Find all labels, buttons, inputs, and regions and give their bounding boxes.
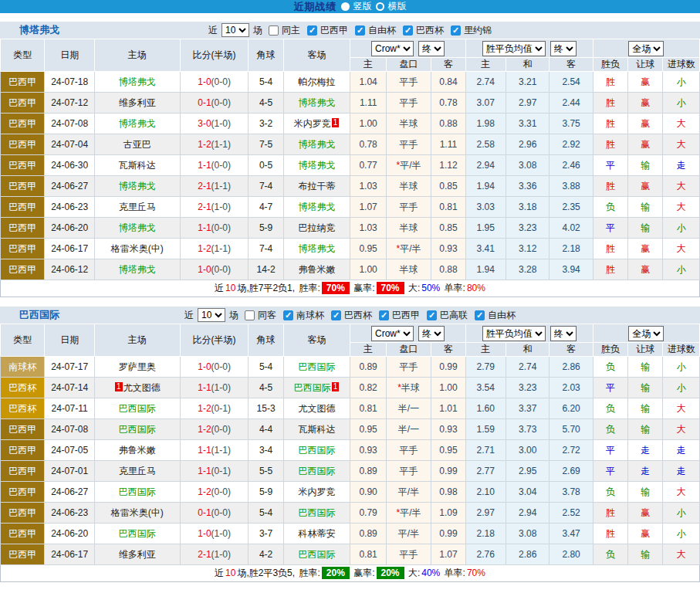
league-label: 南球杯 (296, 309, 324, 322)
odds-company-select[interactable]: Crow* (371, 326, 414, 341)
team-name-link[interactable]: 巴西国际 (119, 424, 156, 435)
team-name-link[interactable]: 巴西国际 (299, 361, 336, 372)
avg-final-select[interactable]: 终 (550, 326, 577, 341)
team-name-link[interactable]: 博塔弗戈 (299, 160, 336, 171)
team-name-link[interactable]: 格雷米奥(中) (111, 507, 164, 518)
league-checkbox[interactable] (475, 310, 485, 320)
match-date: 24-07-04 (45, 134, 94, 155)
team-name-link[interactable]: 巴西国际 (299, 466, 336, 476)
team-name-link[interactable]: 博塔弗戈 (299, 139, 336, 150)
team-name-link[interactable]: 古亚巴 (123, 139, 151, 150)
team-name-link[interactable]: 巴西国际 (119, 403, 156, 414)
league-checkbox[interactable] (403, 25, 413, 36)
team-name-link[interactable]: 博塔弗戈 (299, 202, 336, 212)
star-marker: * (396, 507, 400, 518)
team-name-link[interactable]: 博塔弗戈 (119, 264, 156, 275)
odds-away: 1.00 (431, 378, 465, 398)
team-name-link[interactable]: 博塔弗戈 (119, 181, 156, 191)
result-handicap: 输 (628, 398, 663, 419)
league-checkbox[interactable] (283, 310, 293, 320)
team-name-link[interactable]: 弗鲁米嫩 (299, 264, 336, 275)
odds-home: 0.82 (350, 378, 386, 398)
avg-draw-odds: 3.21 (506, 72, 549, 93)
halftime-score: (0-0) (211, 222, 231, 233)
league-checkbox[interactable] (451, 25, 461, 36)
same-venue-checkbox[interactable] (245, 310, 255, 320)
star-marker: * (396, 160, 400, 171)
league-checkbox[interactable] (379, 310, 389, 320)
corner-cell: 3-7 (249, 524, 283, 544)
team-name-link[interactable]: 巴西国际 (119, 528, 156, 539)
odds-company-select[interactable]: Crow* (371, 41, 414, 56)
league-checkbox[interactable] (307, 25, 317, 36)
match-row: 巴西甲24-07-01克里丘马1-1(0-1)5-5巴西国际0.89平手0.99… (1, 461, 700, 482)
odds-final-select[interactable]: 终 (418, 326, 445, 341)
avg-group-header: 胜平负均值终 (465, 39, 593, 58)
league-checkbox[interactable] (331, 310, 341, 320)
recent-count-select[interactable]: 10 (198, 308, 225, 322)
team-name-link[interactable]: 巴西国际 (299, 507, 336, 518)
halftime-score: (0-0) (211, 76, 231, 87)
team-name-link[interactable]: 维多利亚 (119, 97, 156, 108)
recent-count-select[interactable]: 10 (221, 23, 249, 37)
team-name-link[interactable]: 巴西国际 (119, 486, 156, 497)
radio-horizontal-icon[interactable] (376, 2, 384, 11)
result-handicap: 输 (628, 419, 663, 440)
filter-controls: 近 10 场 同主 巴西甲 自由杯 巴西杯 里约锦 (208, 23, 492, 37)
team-name-link[interactable]: 巴西国际 (299, 445, 336, 456)
scope-select[interactable]: 全场 (628, 41, 664, 56)
team-name-link[interactable]: 瓦斯科达 (119, 160, 156, 171)
team-name-link[interactable]: 巴西国际 (294, 382, 331, 393)
avg-company-select[interactable]: 胜平负均值 (482, 41, 546, 56)
avg-home-odds: 1.60 (465, 398, 506, 419)
team-name-link[interactable]: 罗萨里奥 (119, 361, 156, 372)
radio-vertical-selected-icon[interactable] (341, 2, 350, 11)
team-name-link[interactable]: 尤文图德 (299, 403, 336, 414)
avg-draw-odds: 3.73 (506, 419, 549, 440)
home-team-cell: 巴西国际 (94, 419, 180, 440)
team-name-link[interactable]: 布拉干蒂 (299, 181, 336, 191)
win-rate-badge: 20% (322, 567, 350, 579)
team-name-link[interactable]: 博塔弗戈 (119, 222, 156, 233)
team-name-heading[interactable]: 博塔弗戈 (19, 22, 59, 39)
team-name-link[interactable]: 博塔弗戈 (299, 97, 336, 108)
team-name-link[interactable]: 尤文图德 (123, 382, 161, 393)
team-name-heading[interactable]: 巴西国际 (19, 307, 59, 324)
team-name-link[interactable]: 弗鲁米嫩 (119, 445, 156, 456)
team-name-link[interactable]: 克里丘马 (119, 202, 156, 212)
odds-away: 0.99 (431, 524, 465, 544)
team-name-link[interactable]: 米内罗竞 (294, 118, 331, 129)
team-name-link[interactable]: 科林蒂安 (299, 528, 336, 539)
team-name-link[interactable]: 博塔弗戈 (119, 76, 156, 87)
team-name-link[interactable]: 米内罗竞 (299, 486, 336, 497)
team-name-link[interactable]: 格雷米奥(中) (111, 243, 164, 254)
odds-final-select[interactable]: 终 (418, 41, 445, 56)
team-name-link[interactable]: 帕尔梅拉 (299, 76, 336, 87)
scope-select[interactable]: 全场 (628, 326, 664, 341)
league-type-cell: 巴西甲 (1, 440, 45, 461)
avg-company-select[interactable]: 胜平负均值 (482, 326, 546, 341)
team-name-link[interactable]: 克里丘马 (119, 466, 156, 476)
home-team-cell: 格雷米奥(中) (94, 503, 180, 524)
avg-away-odds: 2.69 (550, 461, 593, 482)
team-name-link[interactable]: 博塔弗戈 (299, 243, 336, 254)
avg-final-select[interactable]: 终 (550, 41, 577, 56)
fulltime-score: 1-2 (198, 243, 211, 254)
radio-horizontal-label[interactable]: 横版 (388, 0, 407, 13)
league-type-cell: 巴西甲 (1, 197, 45, 218)
league-label: 巴高联 (440, 309, 468, 322)
radio-vertical-label[interactable]: 竖版 (353, 0, 372, 13)
league-checkbox[interactable] (427, 310, 437, 320)
league-label: 自由杯 (488, 309, 516, 322)
matches-table: 类型 日期 主场 比分(半场) 角球 客场 Crow*终 胜平负均值终 全场 主… (0, 324, 700, 565)
team-name-link[interactable]: 维多利亚 (119, 549, 156, 560)
same-venue-checkbox[interactable] (269, 25, 279, 36)
home-team-cell: 维多利亚 (94, 544, 180, 565)
team-name-link[interactable]: 巴拉纳竞 (299, 222, 336, 233)
team-name-link[interactable]: 瓦斯科达 (299, 424, 336, 435)
team-name-link[interactable]: 巴西国际 (299, 549, 336, 560)
league-checkbox[interactable] (355, 25, 365, 36)
team-name-link[interactable]: 博塔弗戈 (119, 118, 156, 129)
summary-near: 近 (215, 283, 224, 293)
corner-cell: 4-2 (249, 544, 283, 565)
